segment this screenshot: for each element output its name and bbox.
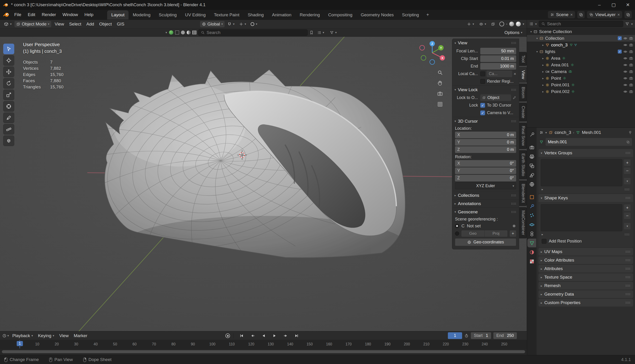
sidebar-tab-real-snow[interactable]: Real Snow — [519, 123, 527, 149]
workspace-tab-scripting[interactable]: Scripting — [398, 10, 423, 20]
disable-in-render-toggle[interactable] — [629, 83, 633, 87]
viewport-menu-select[interactable]: Select — [67, 21, 84, 27]
hide-in-viewport-toggle[interactable] — [623, 50, 627, 54]
panel-header-collections[interactable]: ▸Collections — [452, 191, 519, 199]
expand-arrow-icon[interactable]: ▸ — [541, 57, 545, 60]
browse-data-icon[interactable] — [626, 140, 630, 144]
vertex-groups-header[interactable]: ▾Vertex Groups — [538, 149, 633, 157]
hide-in-viewport-toggle[interactable] — [623, 90, 627, 94]
workspace-tab-rendering[interactable]: Rendering — [296, 10, 324, 20]
panel-header-geometry-data[interactable]: ▸Geometry Data — [538, 290, 633, 298]
rendered-shading-button[interactable] — [516, 22, 521, 26]
panel-header-view[interactable]: ▾View — [452, 39, 519, 47]
timeline-ruler[interactable]: 1 10203040506070809010011012013014015016… — [0, 340, 527, 348]
disable-in-render-toggle[interactable] — [629, 50, 633, 54]
timeline-menu-playback[interactable]: Playback ▾ — [10, 332, 36, 339]
breadcrumb-object[interactable]: conch_3 — [555, 130, 571, 135]
mode-selector[interactable]: Object Mode▾ — [15, 21, 51, 27]
workspace-tab-modeling[interactable]: Modeling — [129, 10, 155, 20]
outliner-search-input[interactable]: Search — [539, 21, 623, 27]
add-crs-button[interactable]: + — [510, 230, 516, 237]
tool-settings-expand-icon[interactable]: ▾ — [166, 31, 167, 34]
workspace-tab-sculpting[interactable]: Sculpting — [155, 10, 181, 20]
current-frame-badge[interactable]: 1 — [17, 341, 23, 346]
bookmark-icon[interactable] — [309, 30, 313, 35]
hide-in-viewport-toggle[interactable] — [623, 43, 627, 47]
snap-toggle[interactable]: ▾ — [225, 21, 236, 27]
editor-type-chevron-icon[interactable]: ▾ — [535, 22, 537, 26]
expand-arrow-icon[interactable]: ▾ — [535, 50, 539, 53]
tool-select-box-button[interactable] — [3, 44, 14, 54]
expand-icon[interactable]: ▸ — [542, 188, 543, 191]
collection-checkbox[interactable]: ✓ — [618, 50, 622, 54]
properties-tab-particles[interactable] — [527, 211, 536, 220]
properties-tab-render[interactable] — [527, 143, 536, 152]
outliner-row-area-001[interactable]: ▸Area.001 — [527, 62, 635, 68]
expand-arrow-icon[interactable]: ▸ — [541, 44, 545, 46]
shape-keys-list[interactable] — [541, 204, 622, 231]
expand-icon[interactable]: ▸ — [542, 233, 543, 236]
add-shape-key-button[interactable]: + — [624, 204, 631, 211]
workspace-tab-shading[interactable]: Shading — [243, 10, 268, 20]
play-button[interactable] — [270, 332, 279, 339]
disable-in-render-toggle[interactable] — [629, 90, 633, 94]
outliner-editor-icon[interactable] — [529, 22, 533, 26]
shape-keys-header[interactable]: ▾Shape Keys — [538, 194, 633, 202]
workspace-tab-compositing[interactable]: Compositing — [324, 10, 357, 20]
outliner-row-point-002[interactable]: ▸Point.002 — [527, 88, 635, 95]
panel-header-texture-space[interactable]: ▸Texture Space — [538, 273, 633, 281]
camera-view-button[interactable] — [436, 90, 444, 97]
local-camera-checkbox[interactable] — [480, 72, 485, 76]
properties-tab-world[interactable] — [527, 180, 536, 188]
gear-icon[interactable] — [512, 224, 516, 228]
topbar-menu-render[interactable]: Render — [38, 11, 59, 18]
play-reverse-button[interactable] — [259, 332, 268, 339]
gizmo-neg-y-axis[interactable] — [421, 56, 426, 60]
panel-header-3d-cursor[interactable]: ▾3D Cursor — [452, 117, 519, 125]
properties-tab-output[interactable] — [527, 152, 536, 161]
shape-key-specials-button[interactable]: ▾ — [624, 222, 631, 230]
cursor-rotation-z-field[interactable]: Z0° — [455, 175, 516, 182]
timeline-menu-keying[interactable]: Keying ▾ — [36, 332, 57, 339]
vertex-group-specials-button[interactable]: ▾ — [624, 178, 631, 185]
lock-3d-cursor-checkbox[interactable]: ✓ — [480, 103, 485, 108]
properties-editor-icon[interactable] — [539, 130, 543, 134]
xray-toggle[interactable] — [489, 21, 497, 27]
minimize-button[interactable]: – — [592, 0, 606, 10]
hide-in-viewport-toggle[interactable] — [623, 70, 627, 74]
disable-in-render-toggle[interactable] — [629, 36, 633, 40]
properties-tab-view-layer[interactable] — [527, 162, 536, 170]
zoom-view-button[interactable] — [436, 69, 444, 76]
properties-tab-material[interactable] — [527, 248, 536, 256]
hide-in-viewport-toggle[interactable] — [623, 63, 627, 67]
collection-checkbox[interactable]: ✓ — [618, 36, 622, 40]
tool-annotate-button[interactable] — [3, 112, 14, 123]
grid-small-icon[interactable] — [192, 30, 196, 34]
tool-add-cube-button[interactable] — [3, 136, 14, 146]
tool-scale-button[interactable] — [3, 90, 14, 100]
outliner-row-camera[interactable]: ▸Camera — [527, 68, 635, 75]
filter-chevron-icon[interactable]: ▾ — [631, 22, 633, 26]
jump-to-start-button[interactable] — [237, 332, 246, 339]
expand-arrow-icon[interactable]: ▾ — [529, 30, 533, 33]
snap-target-selector[interactable]: ▾ — [237, 21, 248, 27]
editor-type-chevron-icon[interactable]: ▾ — [545, 131, 547, 134]
sidebar-tab-create[interactable]: Create — [519, 103, 527, 122]
material-shading-button[interactable] — [509, 22, 514, 26]
scene-selector[interactable]: Scene × — [548, 11, 575, 18]
workspace-tab-animation[interactable]: Animation — [268, 10, 296, 20]
editor-type-chevron-icon[interactable]: ▾ — [7, 334, 9, 337]
matcap-sphere-icon[interactable] — [169, 30, 173, 35]
viewport-menu-add[interactable]: Add — [84, 21, 97, 27]
panel-header-attributes[interactable]: ▸Attributes — [538, 265, 633, 272]
outliner-row-scene-collection[interactable]: ▾Scene Collection — [527, 28, 635, 35]
resize-grip[interactable] — [624, 233, 630, 236]
auto-keying-toggle[interactable] — [225, 334, 230, 338]
properties-tab-object[interactable] — [527, 193, 536, 202]
expand-arrow-icon[interactable]: ▸ — [541, 70, 545, 73]
display-mode-selector[interactable]: ▾ — [315, 30, 326, 36]
outliner-row-point[interactable]: ▸Point — [527, 75, 635, 82]
frame-end-field[interactable]: End250 — [493, 332, 517, 339]
camera-to-view-checkbox[interactable]: ✓ — [480, 110, 485, 115]
tool-cursor-button[interactable] — [3, 55, 14, 66]
